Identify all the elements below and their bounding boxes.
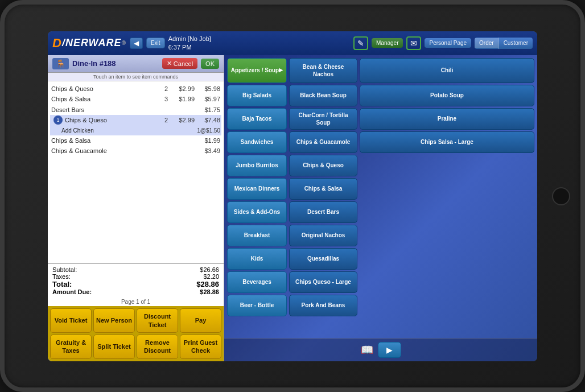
ticket-item[interactable]: Chips & Queso 2 $2.99 $5.98 bbox=[50, 84, 221, 94]
item-potato-soup[interactable]: Potato Soup bbox=[360, 85, 534, 106]
category-sandwiches[interactable]: Sandwiches bbox=[227, 131, 287, 153]
menu-panel: Appetizers / Soup Big Salads Baja Tacos … bbox=[224, 55, 537, 361]
item-chili[interactable]: Chili bbox=[360, 58, 534, 83]
item-name: Desert Bars bbox=[51, 105, 160, 115]
pay-button[interactable]: Pay bbox=[180, 308, 221, 333]
main-content: 🪑 Dine-In #188 ✕ Cancel OK Touch an item… bbox=[48, 55, 537, 361]
ticket-item[interactable]: 1 Chips & Queso 2 $2.99 $7.48 bbox=[50, 115, 221, 126]
total-row: Total: $28.86 bbox=[52, 280, 219, 288]
item-chips-queso[interactable]: Chips & Queso bbox=[289, 155, 357, 176]
menu-play-button[interactable]: ▶ bbox=[378, 342, 401, 358]
ticket-title: Dine-In #188 bbox=[72, 59, 159, 68]
split-ticket-button[interactable]: Split Ticket bbox=[93, 335, 135, 359]
new-person-button[interactable]: New Person bbox=[93, 308, 135, 333]
remove-discount-button[interactable]: Remove Discount bbox=[137, 335, 178, 359]
screen: D /NERWARE ® ◀ Exit Admin [No Job] 6:37 … bbox=[48, 31, 537, 361]
taxes-label: Taxes: bbox=[52, 273, 71, 280]
category-jumbo-burritos[interactable]: Jumbo Burritos bbox=[227, 155, 287, 176]
personal-page-button[interactable]: Personal Page bbox=[425, 38, 471, 48]
ok-button[interactable]: OK bbox=[201, 59, 219, 69]
book-icon: 📖 bbox=[361, 344, 373, 356]
logo-text: /NERWARE bbox=[62, 37, 122, 49]
header: D /NERWARE ® ◀ Exit Admin [No Job] 6:37 … bbox=[48, 31, 537, 55]
ticket-item[interactable]: Chips & Guacamole $3.49 bbox=[50, 146, 221, 156]
cancel-button[interactable]: ✕ Cancel bbox=[162, 58, 197, 69]
edit-icon-button[interactable]: ✎ bbox=[353, 36, 368, 50]
header-right: ✎ Manager ✉ Personal Page Order Customer bbox=[353, 36, 533, 50]
customer-tab[interactable]: Customer bbox=[499, 38, 533, 48]
category-baja-tacos[interactable]: Baja Tacos bbox=[227, 108, 287, 130]
item-praline[interactable]: Praline bbox=[360, 108, 534, 130]
item-charcorn-tortilla-soup[interactable]: CharCorn / Tortilla Soup bbox=[289, 108, 357, 130]
print-guest-check-button[interactable]: Print Guest Check bbox=[180, 335, 221, 359]
category-column: Appetizers / Soup Big Salads Baja Tacos … bbox=[227, 58, 287, 335]
page-indicator: Page 1 of 1 bbox=[48, 298, 224, 306]
subtotal-value: $26.66 bbox=[200, 266, 219, 273]
category-mexican-dinners[interactable]: Mexican Dinners bbox=[227, 178, 287, 200]
item-price: $2.99 bbox=[172, 84, 195, 94]
void-ticket-button[interactable]: Void Ticket bbox=[50, 308, 92, 333]
gratuity-taxes-button[interactable]: Gratuity & Taxes bbox=[50, 335, 92, 359]
item-total: $7.48 bbox=[195, 115, 220, 125]
item-total: 1@$1.50 bbox=[195, 126, 220, 135]
item-qty: 3 bbox=[160, 94, 172, 104]
ticket-totals: Subtotal: $26.66 Taxes: $2.20 Total: $28… bbox=[48, 263, 224, 298]
item-desert-bars[interactable]: Desert Bars bbox=[289, 201, 357, 223]
item-total: $5.97 bbox=[195, 94, 220, 104]
back-arrow-button[interactable]: ◀ bbox=[130, 38, 143, 49]
item-name: Chips & Salsa bbox=[51, 94, 160, 104]
item-original-nachos[interactable]: Original Nachos bbox=[289, 225, 357, 246]
order-tab[interactable]: Order bbox=[475, 38, 499, 48]
total-value: $28.86 bbox=[196, 280, 219, 288]
ticket-item[interactable]: Chips & Salsa $1.99 bbox=[50, 135, 221, 146]
amount-due-row: Amount Due: $28.86 bbox=[52, 288, 219, 295]
mail-icon-button[interactable]: ✉ bbox=[406, 36, 421, 50]
admin-name: Admin [No Job] bbox=[168, 35, 211, 43]
item-chips-salsa[interactable]: Chips & Salsa bbox=[289, 178, 357, 200]
menu-bottom-nav: 📖 ▶ bbox=[224, 338, 537, 361]
ticket-item[interactable]: Desert Bars $1.75 bbox=[50, 105, 221, 115]
items-column-3: Chili Potato Soup Praline Chips Salsa - … bbox=[360, 58, 534, 335]
manager-button[interactable]: Manager bbox=[372, 38, 403, 48]
item-chips-salsa-large[interactable]: Chips Salsa - Large bbox=[360, 131, 534, 153]
item-qty: 2 bbox=[160, 84, 172, 94]
category-breakfast[interactable]: Breakfast bbox=[227, 225, 287, 246]
category-beer-bottle[interactable]: Beer - Bottle bbox=[227, 295, 287, 316]
ticket-items: Chips & Queso 2 $2.99 $5.98 Chips & Sals… bbox=[48, 81, 224, 264]
item-chips-guacamole[interactable]: Chips & Guacamole bbox=[289, 131, 357, 153]
logo-d: D bbox=[52, 36, 62, 51]
item-quesadillas[interactable]: Quesadillas bbox=[289, 248, 357, 270]
taxes-value: $2.20 bbox=[203, 273, 219, 280]
category-kids[interactable]: Kids bbox=[227, 248, 287, 270]
exit-button[interactable]: Exit bbox=[146, 38, 165, 48]
item-pork-and-beans[interactable]: Pork And Beans bbox=[289, 295, 357, 316]
category-big-salads[interactable]: Big Salads bbox=[227, 85, 287, 106]
item-chips-queso-large[interactable]: Chips Queso - Large bbox=[289, 271, 357, 293]
cancel-label: Cancel bbox=[174, 60, 193, 67]
total-label: Total: bbox=[52, 280, 72, 288]
item-bean-cheese-nachos[interactable]: Bean & Cheese Nachos bbox=[289, 58, 357, 83]
logo: D /NERWARE ® bbox=[52, 36, 126, 51]
category-beverages[interactable]: Beverages bbox=[227, 271, 287, 293]
subtotal-label: Subtotal: bbox=[52, 266, 77, 273]
item-total: $5.98 bbox=[195, 84, 220, 94]
item-name: Add Chicken bbox=[61, 126, 160, 135]
category-sides-addons[interactable]: Sides & Add-Ons bbox=[227, 201, 287, 223]
taxes-row: Taxes: $2.20 bbox=[52, 273, 219, 280]
ticket-panel: 🪑 Dine-In #188 ✕ Cancel OK Touch an item… bbox=[48, 55, 224, 361]
touch-hint: Touch an item to see item commands bbox=[48, 73, 224, 81]
ticket-item[interactable]: Chips & Salsa 3 $1.99 $5.97 bbox=[50, 94, 221, 105]
cancel-x-icon: ✕ bbox=[167, 60, 172, 67]
table-icon: 🪑 bbox=[52, 58, 69, 69]
ticket-header: 🪑 Dine-In #188 ✕ Cancel OK bbox=[48, 55, 224, 73]
item-qty: 2 bbox=[160, 115, 172, 125]
seat-number: 1 bbox=[53, 115, 63, 125]
item-name: Chips & Queso bbox=[51, 84, 160, 94]
discount-ticket-button[interactable]: Discount Ticket bbox=[137, 308, 178, 333]
item-price: $1.99 bbox=[172, 94, 195, 104]
item-total: $1.99 bbox=[195, 136, 220, 146]
order-customer-tabs: Order Customer bbox=[475, 38, 533, 49]
ticket-item-addon[interactable]: Add Chicken 1@$1.50 bbox=[50, 126, 221, 135]
item-black-bean-soup[interactable]: Black Bean Soup bbox=[289, 85, 357, 106]
category-appetizers-soup[interactable]: Appetizers / Soup bbox=[227, 58, 287, 83]
